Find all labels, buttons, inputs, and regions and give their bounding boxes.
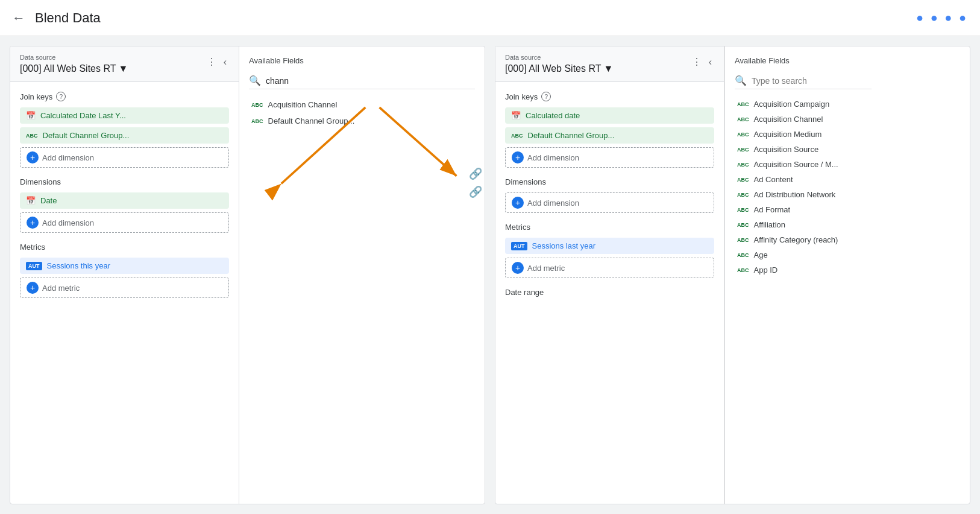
main-content: Data source [000] All Web Sites RT ▼ ⋮ ‹ xyxy=(0,36,980,514)
abc-icon: ABC xyxy=(737,132,749,138)
right-avail-item[interactable]: ABCAcquisition Channel xyxy=(735,112,872,127)
back-button[interactable]: ← xyxy=(12,10,25,26)
left-ds-dropdown-icon[interactable]: ▼ xyxy=(118,63,128,74)
plus-icon-rdim: + xyxy=(512,197,524,209)
calendar-icon-dim1: 📅 xyxy=(26,196,36,205)
abc-icon: ABC xyxy=(737,162,749,168)
left-avail-list: ABC Acquisition Channel ABC Default Chan… xyxy=(249,97,475,494)
right-ds-header: Data source [000] All Web Sites RT ▼ ⋮ ‹ xyxy=(495,46,724,82)
right-avail-item[interactable]: ABCAcquisition Campaign xyxy=(735,97,872,112)
right-avail-list: ABCAcquisition CampaignABCAcquisition Ch… xyxy=(735,97,872,494)
left-join-key-1[interactable]: 📅 Calculated Date Last Y... xyxy=(20,107,229,124)
right-ds-info: Data source [000] All Web Sites RT ▼ xyxy=(505,54,689,74)
join-keys-help-icon[interactable]: ? xyxy=(56,92,66,101)
left-ds-label: Data source xyxy=(20,54,204,61)
right-join-key-1[interactable]: 📅 Calculated date xyxy=(505,107,714,124)
right-metric-1[interactable]: AUT Sessions last year xyxy=(505,238,714,254)
right-avail-item[interactable]: ABCAffinity Category (reach) xyxy=(735,232,872,247)
right-metrics-title: Metrics xyxy=(505,223,714,232)
app-header: ← Blend Data ● ● ● ● xyxy=(0,0,980,36)
abc-icon: ABC xyxy=(737,222,749,228)
right-date-range-title: Date range xyxy=(505,288,714,297)
right-join-key-2[interactable]: ABC Default Channel Group... xyxy=(505,127,714,144)
abc-icon: ABC xyxy=(737,101,749,107)
abc-icon: ABC xyxy=(737,147,749,153)
dots-icon: ● ● ● ● xyxy=(916,11,968,25)
left-avail-item-2[interactable]: ABC Default Channel Group... xyxy=(249,113,475,129)
right-avail-item[interactable]: ABCAd Content xyxy=(735,172,872,187)
left-dimensions-title: Dimensions xyxy=(20,177,229,186)
right-more-button[interactable]: ⋮ xyxy=(689,54,704,70)
page-title: Blend Data xyxy=(35,10,101,26)
left-ds-name[interactable]: [000] All Web Sites RT ▼ xyxy=(20,63,204,74)
right-add-dimension-button[interactable]: + Add dimension xyxy=(505,192,714,213)
left-ds-info: Data source [000] All Web Sites RT ▼ xyxy=(20,54,204,74)
right-panel-body: Join keys ? 📅 Calculated date ABC Defaul… xyxy=(495,82,724,504)
left-available-fields-panel: Available Fields 🔍 ABC Acquisition Chann… xyxy=(239,46,485,504)
right-join-keys-title: Join keys ? xyxy=(505,92,714,101)
left-join-key-2[interactable]: ABC Default Channel Group... xyxy=(20,127,229,144)
left-metrics-title: Metrics xyxy=(20,243,229,252)
plus-icon-rjd: + xyxy=(512,151,524,163)
left-avail-item-1[interactable]: ABC Acquisition Channel xyxy=(249,97,475,113)
abc-icon-jk2: ABC xyxy=(26,133,38,139)
left-collapse-button[interactable]: ‹ xyxy=(221,54,229,70)
calendar-icon-r1: 📅 xyxy=(511,111,521,120)
left-join-keys-title: Join keys ? xyxy=(20,92,229,101)
abc-icon-a1: ABC xyxy=(251,102,263,108)
right-avail-item[interactable]: ABCApp ID xyxy=(735,262,872,278)
right-avail-item[interactable]: ABCAd Format xyxy=(735,202,872,217)
plus-icon-jd: + xyxy=(27,151,39,163)
left-ds-header: Data source [000] All Web Sites RT ▼ ⋮ ‹ xyxy=(10,46,239,82)
right-ds-dropdown-icon[interactable]: ▼ xyxy=(603,63,613,74)
right-collapse-button[interactable]: ‹ xyxy=(706,54,714,70)
right-available-title: Available Fields xyxy=(735,56,872,65)
left-panel-body: Join keys ? 📅 Calculated Date Last Y... … xyxy=(10,82,239,504)
right-add-metric-button[interactable]: + Add metric xyxy=(505,258,714,278)
abc-icon: ABC xyxy=(737,267,749,273)
left-add-dimension-button[interactable]: + Add dimension xyxy=(20,212,229,233)
right-section: Data source [000] All Web Sites RT ▼ ⋮ ‹ xyxy=(495,46,970,504)
abc-icon: ABC xyxy=(737,237,749,243)
abc-icon: ABC xyxy=(737,192,749,198)
right-dimensions-title: Dimensions xyxy=(505,177,714,186)
calendar-icon-1: 📅 xyxy=(26,111,36,120)
right-search-input[interactable] xyxy=(752,76,872,86)
right-search-box: 🔍 xyxy=(735,72,872,89)
abc-icon-rjk2: ABC xyxy=(511,133,523,139)
right-avail-item[interactable]: ABCAffiliation xyxy=(735,217,872,232)
right-avail-item[interactable]: ABCAcquisition Source xyxy=(735,142,872,157)
plus-icon-rmet: + xyxy=(512,262,524,274)
right-avail-item[interactable]: ABCAge xyxy=(735,247,872,262)
right-datasource-panel: Data source [000] All Web Sites RT ▼ ⋮ ‹ xyxy=(495,46,724,504)
right-available-fields-panel: Available Fields 🔍 ABCAcquisition Campai… xyxy=(724,46,881,504)
left-available-title: Available Fields xyxy=(249,56,475,65)
left-search-input[interactable] xyxy=(266,76,475,86)
plus-icon-dim: + xyxy=(27,217,39,229)
left-dimension-1[interactable]: 📅 Date xyxy=(20,192,229,209)
left-search-box: 🔍 xyxy=(249,72,475,89)
link-icon-2[interactable]: 🔗 xyxy=(469,185,482,198)
link-icon-1[interactable]: 🔗 xyxy=(469,167,482,180)
plus-icon-met: + xyxy=(27,282,39,294)
left-metric-1[interactable]: AUT Sessions this year xyxy=(20,258,229,274)
right-join-keys-help-icon[interactable]: ? xyxy=(541,92,551,101)
aut-icon-rm1: AUT xyxy=(511,242,527,250)
right-avail-item[interactable]: ABCAd Distribution Network xyxy=(735,187,872,202)
left-add-metric-button[interactable]: + Add metric xyxy=(20,278,229,298)
left-datasource-panel: Data source [000] All Web Sites RT ▼ ⋮ ‹ xyxy=(10,46,239,504)
right-ds-label: Data source xyxy=(505,54,689,61)
abc-icon-a2: ABC xyxy=(251,118,263,124)
abc-icon: ABC xyxy=(737,252,749,258)
left-more-button[interactable]: ⋮ xyxy=(204,54,219,70)
right-add-join-dimension-button[interactable]: + Add dimension xyxy=(505,147,714,168)
left-add-join-dimension-button[interactable]: + Add dimension xyxy=(20,147,229,168)
abc-icon: ABC xyxy=(737,177,749,183)
abc-icon: ABC xyxy=(737,207,749,213)
left-search-icon: 🔍 xyxy=(249,75,261,86)
right-avail-item[interactable]: ABCAcquisition Medium xyxy=(735,127,872,142)
right-ds-name[interactable]: [000] All Web Sites RT ▼ xyxy=(505,63,689,74)
abc-icon: ABC xyxy=(737,116,749,122)
right-avail-item[interactable]: ABCAcquisition Source / M... xyxy=(735,157,872,172)
left-section: Data source [000] All Web Sites RT ▼ ⋮ ‹ xyxy=(10,46,485,504)
